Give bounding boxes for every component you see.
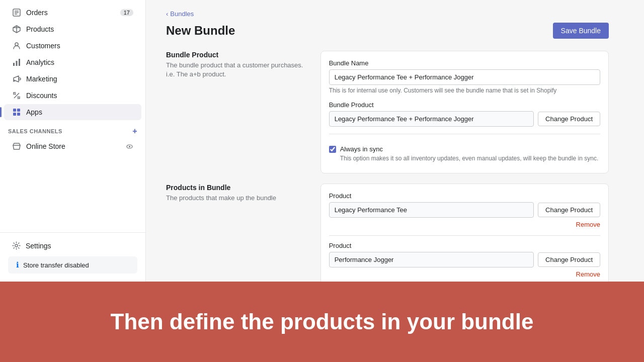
sidebar-item-marketing-label: Marketing: [26, 75, 57, 83]
breadcrumb[interactable]: ‹ Bundles: [166, 10, 609, 18]
store-transfer-notice: ℹ Store transfer disabled: [8, 256, 137, 274]
bundle-product-section-desc: The bundle product that a customer purch…: [166, 61, 310, 79]
products-in-bundle-title: Products in Bundle: [166, 184, 310, 192]
svg-point-11: [15, 94, 16, 95]
change-bundle-product-button[interactable]: Change Product: [538, 112, 600, 126]
product2-input[interactable]: [329, 252, 534, 267]
svg-rect-9: [19, 59, 20, 66]
svg-point-20: [15, 244, 18, 247]
breadcrumb-text: Bundles: [170, 10, 194, 18]
marketing-icon: [12, 74, 21, 83]
products-icon: [12, 25, 21, 34]
bundle-product-description: Bundle Product The bundle product that a…: [166, 51, 310, 173]
bundle-product-section-title: Bundle Product: [166, 51, 310, 59]
store-transfer-label: Store transfer disabled: [23, 261, 89, 269]
product1-label: Product: [329, 192, 600, 200]
page-title: New Bundle: [166, 24, 235, 38]
always-in-sync-row: Always in sync This option makes it so a…: [329, 140, 600, 165]
sidebar-item-orders[interactable]: Orders 17: [4, 5, 141, 21]
product1-input[interactable]: [329, 202, 534, 218]
bundle-product-section: Bundle Product The bundle product that a…: [166, 51, 609, 173]
sales-channels-label: SALES CHANNELS: [8, 128, 62, 134]
svg-point-10: [19, 78, 21, 80]
products-in-bundle-desc: The products that make up the bundle: [166, 194, 310, 203]
products-in-bundle-description: Products in Bundle The products that mak…: [166, 184, 310, 282]
bundle-name-hint: This is for internal use only. Customers…: [329, 87, 600, 94]
divider-1: [329, 134, 600, 134]
bundle-product-row: Change Product: [329, 111, 600, 127]
products-card: Product Change Product Remove Product: [320, 184, 609, 282]
svg-point-12: [18, 97, 19, 98]
always-in-sync-label: Always in sync: [340, 145, 599, 153]
settings-label: Settings: [26, 242, 51, 250]
sidebar: Orders 17 Products Customers: [0, 0, 146, 282]
sidebar-item-products[interactable]: Products: [4, 21, 141, 37]
info-icon: ℹ: [16, 260, 19, 269]
eye-icon[interactable]: [126, 143, 133, 150]
svg-rect-7: [13, 63, 15, 66]
svg-point-6: [15, 43, 18, 46]
remove-product1-link[interactable]: Remove: [329, 221, 600, 228]
change-product2-button[interactable]: Change Product: [538, 252, 600, 267]
sidebar-item-online-store[interactable]: Online Store: [4, 138, 141, 154]
product2-field: Product Change Product Remove: [329, 242, 600, 278]
bundle-product-input[interactable]: [329, 111, 534, 127]
bundle-name-card: Bundle Name This is for internal use onl…: [320, 51, 609, 173]
product1-field: Product Change Product Remove: [329, 192, 600, 228]
sidebar-item-apps-label: Apps: [26, 108, 42, 116]
bundle-name-label: Bundle Name: [329, 59, 600, 67]
sidebar-footer: Settings ℹ Store transfer disabled: [0, 232, 145, 282]
sidebar-item-analytics-label: Analytics: [26, 58, 54, 66]
store-icon: [12, 142, 21, 151]
orders-icon: [12, 8, 21, 17]
settings-icon: [12, 241, 21, 250]
bundle-product-field: Bundle Product Change Product: [329, 101, 600, 127]
apps-icon: [12, 108, 21, 117]
main-content: ‹ Bundles New Bundle Save Bundle Bundle …: [146, 0, 644, 282]
change-product1-button[interactable]: Change Product: [538, 203, 600, 217]
add-sales-channel-icon[interactable]: +: [132, 127, 137, 136]
svg-rect-17: [17, 113, 20, 116]
svg-rect-16: [13, 113, 16, 116]
svg-point-19: [129, 146, 130, 147]
divider-2: [329, 235, 600, 236]
sidebar-item-apps[interactable]: Apps: [4, 104, 141, 120]
products-in-bundle-section: Products in Bundle The products that mak…: [166, 184, 609, 282]
page-header: New Bundle Save Bundle: [166, 23, 609, 39]
orders-badge: 17: [120, 9, 133, 16]
customers-icon: [12, 41, 21, 50]
sidebar-item-marketing[interactable]: Marketing: [4, 71, 141, 87]
always-in-sync-section: Always in sync This option makes it so a…: [329, 140, 600, 165]
svg-rect-14: [13, 109, 16, 112]
breadcrumb-arrow: ‹: [166, 10, 168, 18]
sidebar-item-orders-label: Orders: [26, 9, 48, 17]
sidebar-item-discounts[interactable]: Discounts: [4, 87, 141, 104]
bundle-product-label: Bundle Product: [329, 101, 600, 109]
save-bundle-button[interactable]: Save Bundle: [553, 23, 609, 39]
product2-row: Change Product: [329, 252, 600, 267]
sidebar-item-online-store-label: Online Store: [26, 142, 65, 150]
product1-row: Change Product: [329, 202, 600, 218]
sidebar-nav: Orders 17 Products Customers: [0, 0, 145, 232]
sales-channels-section: SALES CHANNELS +: [0, 121, 145, 138]
sidebar-item-discounts-label: Discounts: [26, 92, 57, 100]
sidebar-item-analytics[interactable]: Analytics: [4, 54, 141, 70]
sidebar-item-settings[interactable]: Settings: [4, 238, 141, 253]
svg-rect-15: [17, 109, 20, 112]
bundle-name-field: Bundle Name This is for internal use onl…: [329, 59, 600, 94]
bottom-banner: Then define the products in your bundle: [0, 282, 644, 362]
sidebar-item-customers[interactable]: Customers: [4, 38, 141, 54]
always-in-sync-checkbox[interactable]: [329, 146, 336, 153]
analytics-icon: [12, 58, 21, 67]
sidebar-item-products-label: Products: [26, 25, 54, 33]
product2-label: Product: [329, 242, 600, 249]
sidebar-item-customers-label: Customers: [26, 42, 60, 50]
remove-product2-link[interactable]: Remove: [329, 270, 600, 278]
svg-rect-8: [16, 61, 18, 66]
bundle-name-input[interactable]: [329, 69, 600, 85]
discounts-icon: [12, 91, 21, 100]
bottom-banner-text: Then define the products in your bundle: [111, 309, 534, 335]
always-in-sync-desc: This option makes it so all inventory up…: [340, 154, 599, 163]
